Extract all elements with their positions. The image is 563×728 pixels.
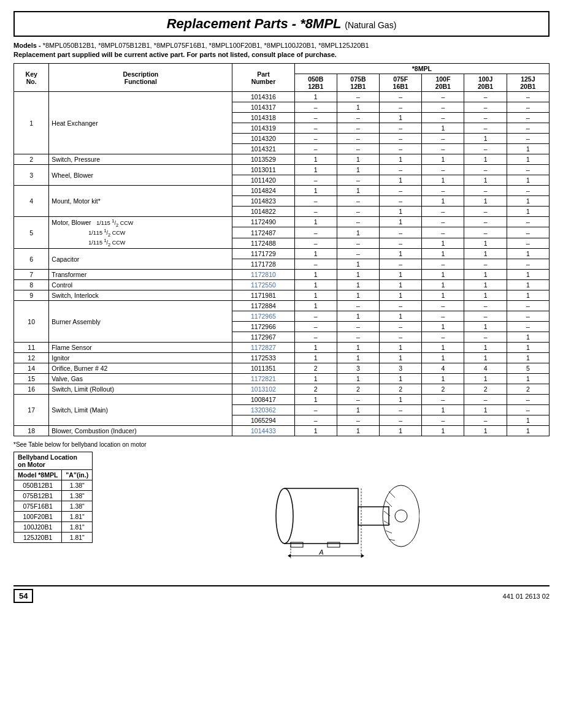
part-number-cell: 1014822 <box>232 207 294 217</box>
part-number-cell: 1008417 <box>232 395 294 405</box>
value-cell: 1 <box>464 322 507 332</box>
part-number-cell: 1172821 <box>232 374 294 384</box>
value-cell: – <box>422 207 464 217</box>
value-cell: – <box>464 395 507 405</box>
value-cell: – <box>464 227 507 238</box>
description-cell: Switch, Limit (Rollout) <box>49 384 232 395</box>
value-cell: 1 <box>507 374 549 384</box>
value-cell: – <box>464 332 507 343</box>
part-number-cell: 1014824 <box>232 186 294 196</box>
part-number-cell: 1014319 <box>232 123 294 134</box>
value-cell: 1 <box>380 113 422 123</box>
value-cell: 2 <box>294 384 337 395</box>
bellyband-title: Bellyband Locationon Motor <box>14 452 93 470</box>
value-cell: 1 <box>507 343 549 353</box>
value-cell: 1 <box>337 426 379 436</box>
value-cell: – <box>464 165 507 175</box>
value-cell: 1 <box>464 154 507 165</box>
page-number: 54 <box>13 589 33 603</box>
value-cell: 1 <box>422 290 464 301</box>
value-cell: – <box>294 113 337 123</box>
bellyband-col2: "A"(in.) <box>62 470 93 480</box>
value-cell: – <box>380 165 422 175</box>
description-cell: Mount, Motor kit* <box>49 186 232 217</box>
key-no-cell: 18 <box>14 426 49 436</box>
value-cell: – <box>380 259 422 270</box>
value-cell: – <box>380 123 422 134</box>
value-cell: 1 <box>507 280 549 290</box>
value-cell: 1 <box>422 154 464 165</box>
value-cell: – <box>337 332 379 343</box>
title-suffix: (Natural Gas) <box>345 20 396 30</box>
description-cell: Motor, Blower 1/115 1/2 CCW1/115 1/2 CCW… <box>49 217 232 249</box>
description-cell: Orifice, Burner # 42 <box>49 363 232 374</box>
value-cell: 1 <box>337 165 379 175</box>
value-cell: 1 <box>294 353 337 363</box>
value-cell: – <box>422 301 464 311</box>
value-cell: – <box>337 113 379 123</box>
key-no-cell: 3 <box>14 165 49 186</box>
table-row: 7Transformer1172810111111 <box>14 270 550 280</box>
col-050b: 050B12B1 <box>294 74 337 92</box>
value-cell: 1 <box>294 395 337 405</box>
models-line: Models - *8MPL050B12B1, *8MPL075B12B1, *… <box>13 42 550 49</box>
document-number: 441 01 2613 02 <box>503 593 550 600</box>
value-cell: 1 <box>422 353 464 363</box>
value-cell: – <box>337 92 379 102</box>
description-cell: Switch, Limit (Main) <box>49 395 232 426</box>
value-cell: – <box>337 217 379 227</box>
value-cell: – <box>464 217 507 227</box>
value-cell: 1 <box>294 290 337 301</box>
value-cell: – <box>294 134 337 144</box>
value-cell: 1 <box>337 154 379 165</box>
value-cell: – <box>464 144 507 154</box>
key-no-cell: 11 <box>14 343 49 353</box>
key-no-cell: 6 <box>14 249 49 270</box>
svg-point-9 <box>395 510 407 522</box>
table-row: 17Switch, Limit (Main)10084171–1––– <box>14 395 550 405</box>
description-cell: Valve, Gas <box>49 374 232 384</box>
value-cell: – <box>422 186 464 196</box>
value-cell: – <box>380 186 422 196</box>
table-row: 11Flame Sensor1172827111111 <box>14 343 550 353</box>
part-number-cell: 1065294 <box>232 415 294 426</box>
value-cell: – <box>422 415 464 426</box>
value-cell: 2 <box>507 384 549 395</box>
value-cell: – <box>380 238 422 248</box>
value-cell: 1 <box>294 249 337 259</box>
key-no-cell: 2 <box>14 154 49 165</box>
col-075b: 075B12B1 <box>337 74 379 92</box>
value-cell: 1 <box>464 175 507 186</box>
value-cell: 1 <box>294 280 337 290</box>
value-cell: – <box>507 395 549 405</box>
value-cell: 1 <box>464 290 507 301</box>
value-cell: – <box>337 144 379 154</box>
value-cell: 1 <box>294 154 337 165</box>
value-cell: 1 <box>422 175 464 186</box>
value-cell: – <box>507 405 549 415</box>
col-125j: 125J20B1 <box>507 74 549 92</box>
table-row: 4Mount, Motor kit*101482411–––– <box>14 186 550 196</box>
description-cell: Control <box>49 280 232 290</box>
part-number-cell: 1014321 <box>232 144 294 154</box>
value-cell: – <box>507 102 549 113</box>
value-cell: 1 <box>337 374 379 384</box>
value-cell: – <box>507 165 549 175</box>
value-cell: 1 <box>380 374 422 384</box>
bellyband-row: 075F16B11.38" <box>14 501 93 512</box>
value-cell: – <box>294 207 337 217</box>
svg-rect-0 <box>285 488 358 544</box>
value-cell: 1 <box>507 207 549 217</box>
replacement-note: Replacement part supplied will be curren… <box>13 51 550 58</box>
value-cell: – <box>422 144 464 154</box>
value-cell: 1 <box>464 238 507 248</box>
svg-marker-15 <box>361 554 364 558</box>
value-cell: – <box>380 405 422 415</box>
part-number-cell: 1013102 <box>232 384 294 395</box>
value-cell: 1 <box>507 353 549 363</box>
value-cell: – <box>294 227 337 238</box>
value-cell: 1 <box>507 144 549 154</box>
value-cell: 1 <box>380 207 422 217</box>
motor-diagram: A <box>105 452 550 574</box>
value-cell: 1 <box>337 405 379 415</box>
